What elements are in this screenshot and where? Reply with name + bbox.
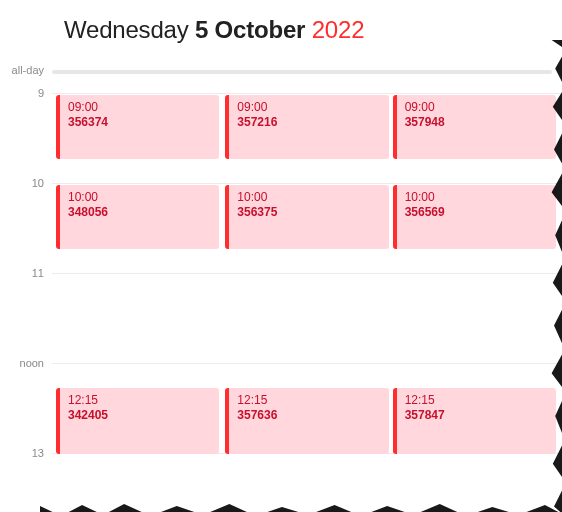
hour-label: 10	[0, 177, 52, 267]
event-title: 356569	[405, 205, 548, 220]
calendar-event[interactable]: 12:15357636	[225, 388, 388, 454]
event-time: 09:00	[68, 100, 211, 115]
hour-label: 11	[0, 267, 52, 357]
event-title: 348056	[68, 205, 211, 220]
calendar-event[interactable]: 10:00348056	[56, 185, 219, 249]
calendar-event[interactable]: 10:00356569	[393, 185, 556, 249]
calendar-event[interactable]: 09:00357948	[393, 95, 556, 159]
calendar-event[interactable]: 09:00357216	[225, 95, 388, 159]
event-title: 342405	[68, 408, 211, 423]
hour-label: 13	[0, 447, 52, 512]
event-time: 10:00	[68, 190, 211, 205]
event-time: 09:00	[405, 100, 548, 115]
year-label: 2022	[312, 16, 365, 43]
weekday-label: Wednesday	[64, 16, 189, 43]
events-layer: 09:0035637409:0035721609:0035794810:0034…	[56, 93, 558, 512]
date-header: Wednesday 5 October 2022	[0, 0, 562, 58]
event-title: 357847	[405, 408, 548, 423]
calendar-grid[interactable]: 91011noon1309:0035637409:0035721609:0035…	[0, 93, 562, 512]
allday-label: all-day	[0, 64, 52, 76]
event-time: 12:15	[68, 393, 211, 408]
allday-track[interactable]	[52, 70, 552, 74]
event-title: 357636	[237, 408, 380, 423]
hour-label: noon	[0, 357, 52, 447]
event-time: 10:00	[405, 190, 548, 205]
event-title: 356374	[68, 115, 211, 130]
calendar-event[interactable]: 09:00356374	[56, 95, 219, 159]
event-time: 12:15	[237, 393, 380, 408]
hour-label: 9	[0, 87, 52, 177]
calendar-event[interactable]: 10:00356375	[225, 185, 388, 249]
calendar-event[interactable]: 12:15342405	[56, 388, 219, 454]
event-time: 09:00	[237, 100, 380, 115]
event-time: 10:00	[237, 190, 380, 205]
event-title: 357216	[237, 115, 380, 130]
day-month-label: 5 October	[195, 16, 305, 43]
calendar-event[interactable]: 12:15357847	[393, 388, 556, 454]
event-title: 356375	[237, 205, 380, 220]
allday-row[interactable]: all-day	[0, 58, 562, 83]
event-title: 357948	[405, 115, 548, 130]
event-time: 12:15	[405, 393, 548, 408]
